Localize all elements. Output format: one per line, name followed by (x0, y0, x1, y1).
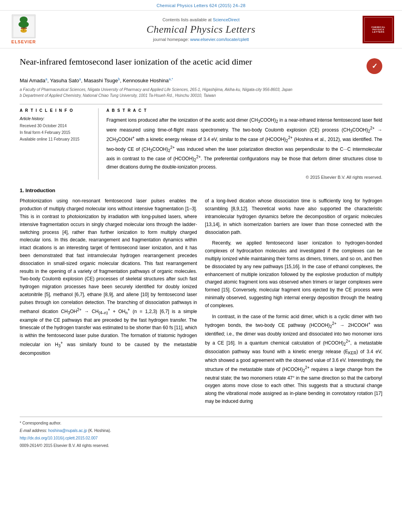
elsevier-logo: ELSEVIER (8, 15, 39, 44)
paper-content: Near-infrared femtosecond laser ionizati… (0, 48, 402, 458)
issn-line: 0009-2614/© 2015 Elsevier B.V. All right… (20, 443, 382, 449)
journal-header: ELSEVIER Contents lists available at Sci… (0, 11, 402, 48)
author-yasuha-sato: Yasuha Sato (50, 78, 79, 83)
info-abstract-row: A R T I C L E I N F O Article history: R… (20, 108, 382, 180)
affiliation-a: a Faculty of Pharmaceutical Sciences, Ni… (20, 87, 382, 93)
author-kennosuke-hoshina: Kennosuke Hoshina (123, 78, 169, 83)
article-dates: Received 30 October 2014 In final form 4… (20, 122, 92, 143)
article-info-panel: A R T I C L E I N F O Article history: R… (20, 108, 99, 180)
author-mai-amada: Mai Amada (20, 78, 45, 83)
journal-homepage-line: journal homepage: www.elsevier.com/locat… (39, 37, 363, 42)
footnote-area: * Corresponding author. E-mail address: … (20, 417, 382, 449)
affiliation-b: b Department of Applied Chemistry, Natio… (20, 93, 382, 98)
intro-para1: Photoionization using non-resonant femto… (20, 197, 197, 357)
article-history-subheading: Article history: (20, 117, 92, 121)
section1-title: 1. Introduction (20, 187, 382, 193)
intro-para3: Recently, we applied femtosecond laser i… (205, 239, 382, 310)
received-date: Received 30 October 2014 (20, 122, 92, 129)
email-note: E-mail address: hoshina@nupals.ac.jp (K.… (20, 428, 382, 434)
abstract-text: Fragment ions produced after the ionizat… (106, 117, 382, 171)
intro-para4: In contrast, in the case of the formic a… (205, 313, 382, 406)
author-masashi-tsuge: Masashi Tsuge (84, 78, 118, 83)
elsevier-brand-name: ELSEVIER (11, 39, 36, 44)
revised-date: In final form 4 February 2015 (20, 129, 92, 136)
cpl-logo-inner: CHEMICALPHYSICSLETTERS (364, 17, 393, 42)
crossmark-icon: ✓ (367, 58, 382, 74)
doi-link[interactable]: http://dx.doi.org/10.1016/j.cplett.2015.… (20, 436, 98, 440)
available-date: Available online 11 February 2015 (20, 136, 92, 143)
intro-para2: of a long-lived dication whose dissociat… (205, 197, 382, 236)
sciencedirect-link[interactable]: ScienceDirect (213, 17, 240, 22)
copyright-line: © 2015 Elsevier B.V. All rights reserved… (106, 175, 382, 180)
affiliations: a Faculty of Pharmaceutical Sciences, Ni… (20, 87, 382, 98)
body-section: 1. Introduction Photoionization using no… (20, 187, 382, 408)
abstract-panel: A B S T R A C T Fragment ions produced a… (106, 108, 382, 180)
email-link[interactable]: hoshina@nupals.ac.jp (48, 428, 87, 433)
elsevier-logo-image (12, 15, 35, 38)
journal-reference: Chemical Physics Letters 624 (2015) 24–2… (156, 3, 246, 8)
article-info-heading: A R T I C L E I N F O (20, 108, 92, 113)
journal-homepage-link[interactable]: www.elsevier.com/locate/cplett (190, 37, 249, 42)
journal-header-center: Contents lists available at ScienceDirec… (39, 17, 363, 42)
article-divider (20, 104, 382, 104)
corresponding-author-note: * Corresponding author. (20, 420, 382, 426)
svg-text:✓: ✓ (372, 62, 378, 70)
sciencedirect-line: Contents lists available at ScienceDirec… (39, 17, 363, 22)
abstract-heading: A B S T R A C T (106, 108, 382, 113)
journal-title: Chemical Physics Letters (39, 24, 363, 35)
article-title: Near-infrared femtosecond laser ionizati… (20, 56, 361, 68)
cpl-logo: CHEMICALPHYSICSLETTERS (363, 16, 394, 43)
body-col-right: of a long-lived dication whose dissociat… (205, 197, 382, 408)
body-col-left: Photoionization using non-resonant femto… (20, 197, 197, 408)
svg-rect-4 (21, 28, 27, 29)
svg-point-3 (19, 21, 29, 28)
doi-line: http://dx.doi.org/10.1016/j.cplett.2015.… (20, 435, 382, 441)
large-change-text: large change (335, 367, 363, 372)
top-banner: Chemical Physics Letters 624 (2015) 24–2… (0, 0, 402, 11)
authors-line: Mai Amadaa, Yasuha Satoa, Masashi Tsugeb… (20, 77, 382, 83)
body-two-col: Photoionization using non-resonant femto… (20, 197, 382, 408)
